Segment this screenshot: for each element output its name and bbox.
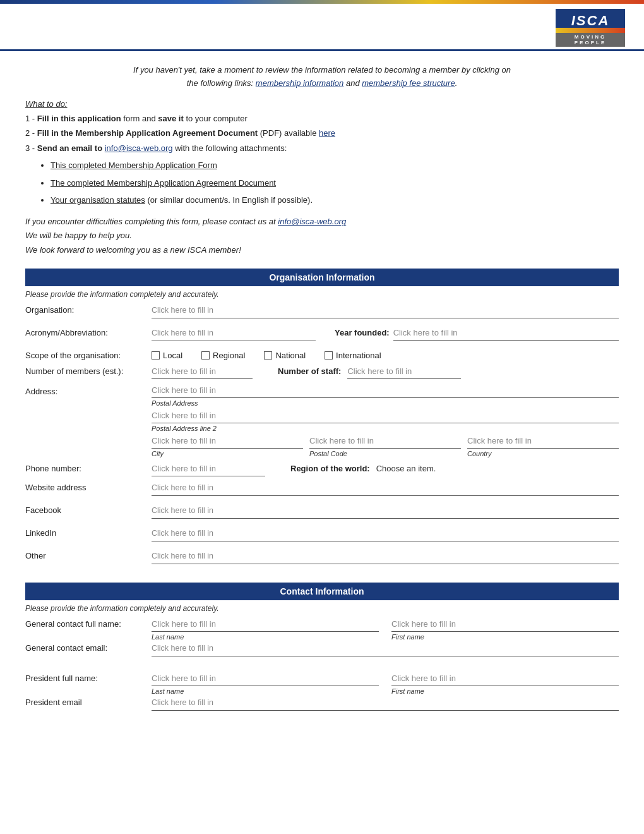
- logo-text: ISCA: [571, 13, 610, 29]
- address-line2-field[interactable]: Click here to fill in: [152, 411, 619, 423]
- contact-section-note: Please provide the information completel…: [25, 604, 619, 613]
- facebook-field[interactable]: Click here to fill in: [152, 506, 619, 519]
- website-field[interactable]: Click here to fill in: [152, 483, 619, 496]
- acronym-field[interactable]: Click here to fill in: [152, 329, 316, 341]
- other-row: Other Click here to fill in: [25, 551, 619, 567]
- general-contact-last-item: Click here to fill in Last name: [152, 619, 379, 641]
- facebook-row: Facebook Click here to fill in: [25, 505, 619, 522]
- members-row: Number of members (est.): Click here to …: [25, 366, 619, 379]
- general-contact-fields: Click here to fill in Last name Click he…: [152, 619, 619, 641]
- membership-info-link[interactable]: membership information: [256, 78, 343, 88]
- country-field[interactable]: Click here to fill in: [467, 436, 619, 449]
- president-first-item: Click here to fill in First name: [391, 674, 619, 695]
- intro-period: .: [455, 78, 458, 88]
- president-email-row: President email Click here to fill in: [25, 698, 619, 714]
- region-label: Region of the world:: [290, 464, 370, 473]
- checkbox-regional[interactable]: [201, 351, 210, 360]
- members-label: Number of members (est.):: [25, 366, 152, 376]
- contact-note-line1: If you encounter difficulties completing…: [25, 215, 619, 229]
- president-name-label: President full name:: [25, 674, 152, 683]
- general-contact-label: General contact full name:: [25, 619, 152, 629]
- step3: 3 - Send an email to info@isca-web.org w…: [25, 141, 619, 155]
- general-contact-last-field[interactable]: Click here to fill in: [152, 619, 379, 632]
- scope-local[interactable]: Local: [152, 351, 182, 360]
- address-row: Address: Click here to fill in Postal Ad…: [25, 385, 619, 457]
- phone-field[interactable]: Click here to fill in: [152, 464, 265, 476]
- other-field[interactable]: Click here to fill in: [152, 552, 619, 564]
- president-name-row: President full name: Click here to fill …: [25, 674, 619, 695]
- other-label: Other: [25, 551, 152, 560]
- president-last-item: Click here to fill in Last name: [152, 674, 379, 695]
- intro-and: and: [346, 78, 362, 88]
- address-label: Address:: [25, 385, 152, 396]
- website-row: Website address Click here to fill in: [25, 483, 619, 499]
- linkedin-row: LinkedIn Click here to fill in: [25, 528, 619, 545]
- city-field[interactable]: Click here to fill in: [152, 436, 303, 449]
- year-founded-pair: Year founded: Click here to fill in: [335, 328, 619, 341]
- bullet-1: This completed Membership Application Fo…: [51, 158, 619, 172]
- bullets-list: This completed Membership Application Fo…: [51, 158, 619, 207]
- country-sub: Country: [467, 450, 619, 457]
- scope-national[interactable]: National: [264, 351, 306, 360]
- what-to-do-heading: What to do:: [25, 97, 619, 111]
- org-section-note: Please provide the information completel…: [25, 290, 619, 299]
- contact-note-line3: We look forward to welcoming you as a ne…: [25, 243, 619, 257]
- postal-sub: Postal Code: [309, 450, 461, 457]
- scope-row: Scope of the organisation: Local Regiona…: [25, 351, 619, 360]
- general-contact-row: General contact full name: Click here to…: [25, 619, 619, 641]
- phone-row: Phone number: Click here to fill in Regi…: [25, 464, 619, 476]
- members-field[interactable]: Click here to fill in: [152, 366, 253, 379]
- intro-paragraph: If you haven't yet, take a moment to rev…: [25, 64, 619, 90]
- org-field[interactable]: Click here to fill in: [152, 306, 619, 318]
- address-line1-sub: Postal Address: [152, 399, 619, 407]
- scope-label: Scope of the organisation:: [25, 351, 152, 360]
- scope-international-label: International: [336, 351, 381, 360]
- contact-note-line2: We will be happy to help you.: [25, 229, 619, 243]
- checkbox-local[interactable]: [152, 351, 160, 360]
- here-link[interactable]: here: [319, 128, 335, 138]
- bullet-3: Your organisation statutes (or similar d…: [51, 193, 619, 207]
- logo-stripe: [556, 28, 625, 33]
- general-contact-first-field[interactable]: Click here to fill in: [391, 619, 619, 632]
- scope-regional[interactable]: Regional: [201, 351, 245, 360]
- email-link-step3[interactable]: info@isca-web.org: [105, 143, 173, 153]
- general-email-field[interactable]: Click here to fill in: [152, 644, 619, 656]
- linkedin-field[interactable]: Click here to fill in: [152, 529, 619, 541]
- org-label: Organisation:: [25, 305, 152, 315]
- general-contact-last-sub: Last name: [152, 633, 379, 641]
- address-line1-field[interactable]: Click here to fill in: [152, 385, 619, 398]
- logo-subtitle: MOVING PEOPLE: [556, 33, 625, 47]
- staff-label: Number of staff:: [278, 366, 341, 376]
- president-last-field[interactable]: Click here to fill in: [152, 674, 379, 686]
- checkbox-national[interactable]: [264, 351, 272, 360]
- contact-email-link[interactable]: info@isca-web.org: [278, 217, 346, 226]
- page-content: If you haven't yet, take a moment to rev…: [0, 51, 644, 748]
- org-row: Organisation: Click here to fill in: [25, 305, 619, 322]
- org-section: Organisation Information Please provide …: [25, 269, 619, 567]
- contact-note: If you encounter difficulties completing…: [25, 215, 619, 257]
- step2: 2 - Fill in the Membership Application A…: [25, 126, 619, 140]
- address-line2-sub: Postal Address line 2: [152, 425, 619, 432]
- membership-fee-link[interactable]: membership fee structure: [362, 78, 455, 88]
- staff-field[interactable]: Click here to fill in: [347, 366, 461, 379]
- checkbox-international[interactable]: [325, 351, 333, 360]
- president-first-field[interactable]: Click here to fill in: [391, 674, 619, 686]
- president-email-field[interactable]: Click here to fill in: [152, 698, 619, 711]
- postal-field[interactable]: Click here to fill in: [309, 436, 461, 449]
- acronym-row: Acronym/Abbreviation: Click here to fill…: [25, 328, 619, 344]
- intro-text2: the following links:: [187, 78, 254, 88]
- year-founded-label: Year founded:: [335, 328, 390, 337]
- year-founded-field[interactable]: Click here to fill in: [393, 328, 619, 341]
- president-email-label: President email: [25, 698, 152, 707]
- logo-area: ISCA MOVING PEOPLE: [556, 9, 625, 47]
- president-name-fields: Click here to fill in Last name Click he…: [152, 674, 619, 695]
- linkedin-label: LinkedIn: [25, 528, 152, 538]
- scope-regional-label: Regional: [213, 351, 245, 360]
- scope-international[interactable]: International: [325, 351, 381, 360]
- spacer: [25, 666, 619, 674]
- region-select[interactable]: Choose an item.: [376, 464, 436, 473]
- scope-options: Local Regional National International: [152, 351, 619, 360]
- phone-label: Phone number:: [25, 464, 152, 473]
- scope-local-label: Local: [163, 351, 182, 360]
- address-line3: Click here to fill in Click here to fill…: [152, 436, 619, 449]
